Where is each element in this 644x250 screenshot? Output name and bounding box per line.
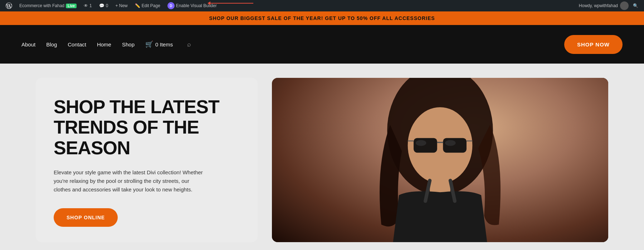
hero-text-card: SHOP THE LATEST TRENDS OF THE SEASON Ele… — [36, 78, 258, 242]
promo-banner: SHOP OUR BIGGEST SALE OF THE YEAR! GET U… — [0, 11, 644, 25]
hero-subtitle: Elevate your style game with the latest … — [54, 168, 204, 194]
nav-links: About Blog Contact Home Shop 🛒 0 Items ⌕ — [21, 40, 564, 48]
howdy-label: Howdy, wpwithfahad — [579, 3, 618, 8]
shop-now-button[interactable]: SHOP NOW — [564, 35, 623, 54]
divi-icon: D — [167, 2, 175, 9]
edit-page-button[interactable]: ✏️ Edit Page — [132, 0, 163, 11]
admin-bar-right: Howdy, wpwithfahad 🔍 — [579, 0, 641, 11]
pencil-icon: ✏️ — [135, 3, 140, 8]
search-admin-icon: 🔍 — [633, 3, 638, 8]
eye-icon: 👁 — [84, 3, 88, 8]
admin-bar-left: Ecommerce with Fahad Live 👁 1 💬 0 + New … — [3, 0, 579, 11]
comments-button[interactable]: 💬 0 — [96, 0, 111, 11]
comment-icon: 💬 — [99, 3, 104, 8]
main-nav: About Blog Contact Home Shop 🛒 0 Items ⌕… — [0, 25, 644, 64]
cart-icon: 🛒 — [145, 40, 153, 48]
nav-shop[interactable]: Shop — [122, 41, 135, 48]
nav-cart[interactable]: 🛒 0 Items — [145, 40, 173, 48]
arrow-indicator — [208, 1, 253, 5]
avatar — [620, 1, 629, 10]
site-name-label: Ecommerce with Fahad — [19, 3, 64, 8]
hero-silhouette — [272, 78, 608, 242]
edit-page-label: Edit Page — [142, 3, 160, 8]
arrow-head — [208, 1, 210, 5]
svg-point-9 — [445, 140, 456, 146]
view-count: 1 — [89, 3, 92, 8]
nav-about[interactable]: About — [21, 41, 35, 48]
new-button[interactable]: + New — [112, 0, 130, 11]
promo-text: SHOP OUR BIGGEST SALE OF THE YEAR! GET U… — [209, 15, 435, 21]
live-badge: Live — [66, 4, 77, 8]
comment-count: 0 — [106, 3, 108, 8]
nav-blog[interactable]: Blog — [46, 41, 57, 48]
new-label: + New — [115, 3, 127, 8]
search-admin-button[interactable]: 🔍 — [630, 0, 641, 11]
howdy-section[interactable]: Howdy, wpwithfahad — [579, 1, 629, 10]
svg-point-8 — [416, 140, 426, 146]
cart-items-count: 0 Items — [155, 41, 173, 48]
wp-logo-button[interactable] — [3, 0, 15, 11]
arrow-line — [210, 3, 253, 4]
nav-contact[interactable]: Contact — [68, 41, 86, 48]
admin-bar: Ecommerce with Fahad Live 👁 1 💬 0 + New … — [0, 0, 644, 11]
search-icon[interactable]: ⌕ — [187, 41, 191, 48]
view-count-button[interactable]: 👁 1 — [81, 0, 95, 11]
hero-image — [272, 78, 608, 242]
site-name-button[interactable]: Ecommerce with Fahad Live — [16, 0, 79, 11]
nav-home[interactable]: Home — [97, 41, 111, 48]
svg-rect-3 — [414, 138, 437, 152]
svg-rect-4 — [443, 138, 467, 152]
hero-section: SHOP THE LATEST TRENDS OF THE SEASON Ele… — [0, 64, 644, 250]
shop-online-button[interactable]: SHOP ONLINE — [54, 208, 118, 227]
hero-title: SHOP THE LATEST TRENDS OF THE SEASON — [54, 97, 240, 158]
